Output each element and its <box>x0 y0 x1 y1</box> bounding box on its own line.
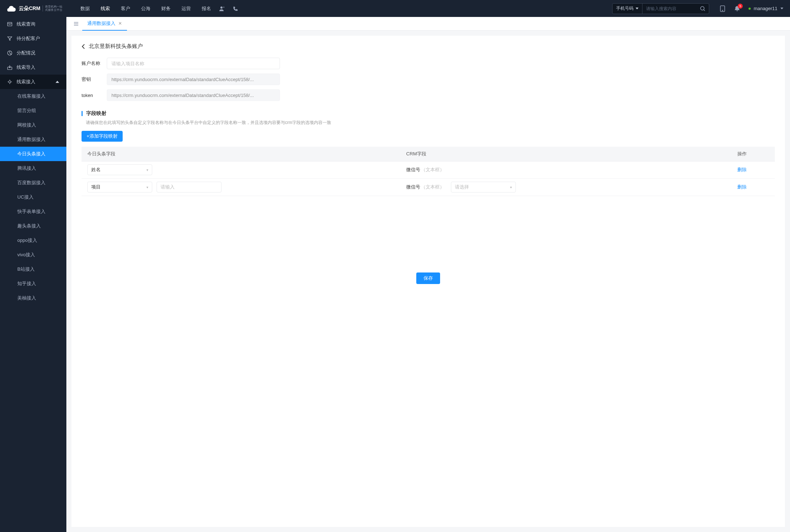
tt-field-select[interactable]: 姓名 ▾ <box>87 164 152 175</box>
page-title: 北京昱新科技头条账户 <box>89 43 143 50</box>
global-search: 手机号码 <box>612 3 709 14</box>
save-button[interactable]: 保存 <box>416 272 440 284</box>
sidebar-sub-meiyou[interactable]: 美柚接入 <box>0 291 66 305</box>
main-area: 通用数据接入 ✕ 北京昱新科技头条账户 账户名称 密钥 token <box>66 17 790 532</box>
chevron-left-icon <box>82 44 85 49</box>
sidebar-sub-bilibili[interactable]: B站接入 <box>0 262 66 276</box>
collapse-sidebar-button[interactable] <box>70 22 82 26</box>
account-name-input[interactable] <box>107 58 280 69</box>
mobile-icon[interactable] <box>720 5 725 12</box>
form-row-secret: 密钥 <box>82 74 775 85</box>
user-menu[interactable]: manager11 <box>749 6 784 11</box>
main-nav: 数据 线索 客户 公海 财务 运营 报名 <box>80 5 211 12</box>
app-header: 云朵CRM 教育机构一站式服务云平台 数据 线索 客户 公海 财务 运营 报名 … <box>0 0 790 17</box>
import-icon <box>7 65 12 70</box>
nav-operate[interactable]: 运营 <box>181 5 191 12</box>
sidebar-sub-generic[interactable]: 通用数据接入 <box>0 132 66 147</box>
search-input[interactable] <box>642 6 697 11</box>
section-bar <box>82 111 83 116</box>
user-plus-icon[interactable] <box>219 6 225 12</box>
tt-field-extra-input[interactable] <box>157 182 221 192</box>
cloud-logo-icon <box>6 5 17 13</box>
col-tt-field: 今日头条字段 <box>82 147 400 161</box>
sidebar-item-import[interactable]: 线索导入 <box>0 60 66 75</box>
name-label: 账户名称 <box>82 60 107 67</box>
breadcrumb: 北京昱新科技头条账户 <box>82 43 775 50</box>
sidebar-sub-zhihu[interactable]: 知乎接入 <box>0 276 66 291</box>
filter-icon <box>7 36 12 41</box>
token-label: token <box>82 93 107 98</box>
svg-rect-4 <box>8 22 12 26</box>
sidebar-sub-kuaishou[interactable]: 快手表单接入 <box>0 204 66 219</box>
chevron-down-icon: ▾ <box>146 185 148 189</box>
table-header-row: 今日头条字段 CRM字段 操作 <box>82 147 775 161</box>
logo-text: 云朵CRM <box>19 6 40 11</box>
search-button[interactable] <box>697 6 709 11</box>
footer: 保存 <box>82 268 775 288</box>
col-action: 操作 <box>732 147 775 161</box>
sidebar-sub-baidu[interactable]: 百度数据接入 <box>0 176 66 190</box>
chevron-down-icon: ▾ <box>510 185 512 189</box>
list-icon <box>7 22 12 27</box>
sidebar-item-clue-query[interactable]: 线索查询 <box>0 17 66 31</box>
sidebar-item-allocation[interactable]: 分配情况 <box>0 46 66 60</box>
sidebar-sub-toutiao[interactable]: 今日头条接入 <box>0 147 66 161</box>
chevron-down-icon <box>780 8 784 9</box>
nav-customer[interactable]: 客户 <box>121 5 130 12</box>
token-input[interactable] <box>107 89 280 101</box>
tab-bar: 通用数据接入 ✕ <box>66 17 790 31</box>
svg-point-3 <box>722 10 723 11</box>
section-hint: 请确保您在此填写的头条自定义字段名称与在今日头条平台中自定义的字段名称一致，并且… <box>82 120 775 126</box>
crm-field-extra-select[interactable]: 请选择 ▾ <box>451 182 516 192</box>
crm-field-cell: 微信号（文本框） 请选择 ▾ <box>400 178 732 196</box>
nav-sea[interactable]: 公海 <box>141 5 150 12</box>
phone-icon[interactable] <box>233 6 238 12</box>
sidebar-sub-message[interactable]: 留言分组 <box>0 103 66 118</box>
sidebar-sub-oppo[interactable]: oppo接入 <box>0 233 66 248</box>
pie-icon <box>7 50 12 56</box>
tab-generic-data[interactable]: 通用数据接入 ✕ <box>82 17 127 31</box>
sidebar-sub-school[interactable]: 网校接入 <box>0 118 66 132</box>
chevron-up-icon <box>56 81 59 83</box>
svg-point-7 <box>9 81 11 83</box>
sidebar-sub-uc[interactable]: UC接入 <box>0 190 66 204</box>
sidebar-item-pending[interactable]: 待分配客户 <box>0 31 66 46</box>
notification-bell[interactable]: 5 <box>734 6 740 12</box>
tab-close-button[interactable]: ✕ <box>118 21 122 26</box>
col-crm-field: CRM字段 <box>400 147 732 161</box>
nav-data[interactable]: 数据 <box>80 5 90 12</box>
add-mapping-button[interactable]: +添加字段映射 <box>82 131 123 142</box>
nav-signup[interactable]: 报名 <box>202 5 211 12</box>
sidebar: 线索查询 待分配客户 分配情况 线索导入 线索接入 在线客服接入 留言分组 网校… <box>0 17 66 532</box>
nav-finance[interactable]: 财务 <box>161 5 171 12</box>
search-type-select[interactable]: 手机号码 <box>613 4 642 14</box>
secret-label: 密钥 <box>82 76 107 83</box>
secret-input[interactable] <box>107 74 280 85</box>
delete-row-link[interactable]: 删除 <box>737 167 747 172</box>
username: manager11 <box>754 6 777 11</box>
tt-field-select[interactable]: 项目 ▾ <box>87 182 152 192</box>
back-button[interactable] <box>82 44 85 49</box>
plug-icon <box>7 79 12 84</box>
form-row-name: 账户名称 <box>82 58 775 69</box>
section-title: 字段映射 <box>86 110 106 117</box>
svg-point-0 <box>220 6 223 9</box>
delete-row-link[interactable]: 删除 <box>737 184 747 190</box>
sidebar-item-integration[interactable]: 线索接入 <box>0 75 66 89</box>
crm-field-cell: 微信号（文本框） <box>400 161 732 178</box>
mapping-table: 今日头条字段 CRM字段 操作 姓名 ▾ <box>82 147 775 196</box>
menu-collapse-icon <box>74 22 79 26</box>
sidebar-sub-qutoutiao[interactable]: 趣头条接入 <box>0 219 66 233</box>
sidebar-sub-tencent[interactable]: 腾讯接入 <box>0 161 66 176</box>
svg-point-1 <box>701 6 704 10</box>
form-row-token: token <box>82 89 775 101</box>
section-header-mapping: 字段映射 <box>82 110 775 117</box>
logo-subtitle: 教育机构一站式服务云平台 <box>43 5 62 12</box>
sidebar-sub-vivo[interactable]: vivo接入 <box>0 248 66 262</box>
table-row: 项目 ▾ 微信号（文本框） 请选择 ▾ 删除 <box>82 178 775 196</box>
logo: 云朵CRM 教育机构一站式服务云平台 <box>6 5 62 13</box>
status-dot <box>749 8 751 10</box>
nav-clue[interactable]: 线索 <box>101 5 110 12</box>
table-row: 姓名 ▾ 微信号（文本框） 删除 <box>82 161 775 178</box>
sidebar-sub-livechat[interactable]: 在线客服接入 <box>0 89 66 103</box>
